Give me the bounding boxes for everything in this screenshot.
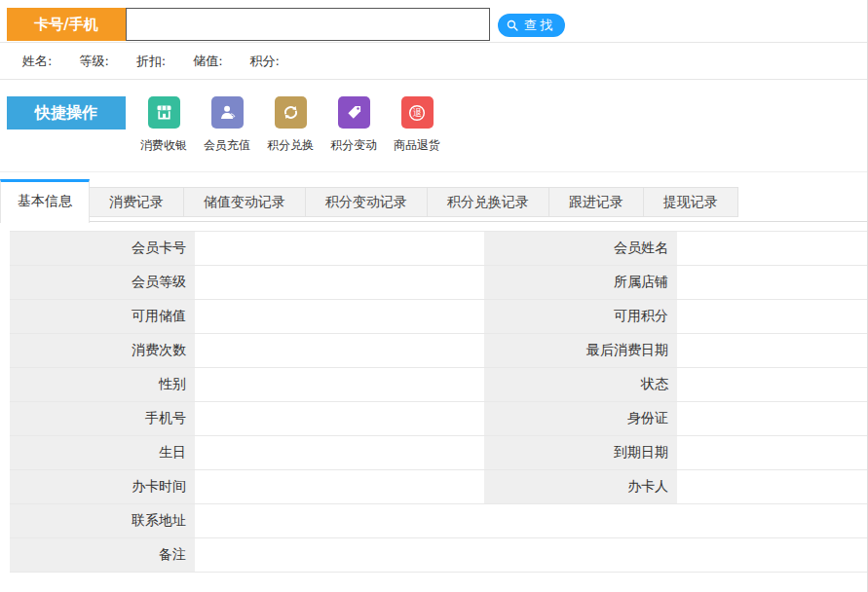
field-label-consumption-count: 消费次数 — [10, 334, 195, 368]
summary-level-label: 等级: — [79, 53, 108, 70]
card-phone-input[interactable] — [126, 8, 490, 41]
field-label-remarks: 备注 — [10, 538, 195, 573]
field-value-consumption-count — [195, 334, 484, 368]
field-value-last-consumption-date — [677, 334, 867, 368]
field-value-card-issuer — [677, 470, 867, 504]
field-value-expiry-date — [677, 436, 867, 470]
field-value-birthday — [195, 436, 484, 470]
action-points-exchange-label: 积分兑换 — [267, 137, 314, 154]
storefront-icon — [148, 96, 180, 129]
tab-points-change-records[interactable]: 积分变动记录 — [305, 187, 428, 217]
field-label-contact-address: 联系地址 — [10, 504, 195, 538]
field-label-gender: 性别 — [10, 368, 195, 402]
field-label-id-card: 身份证 — [484, 402, 677, 436]
table-row: 联系地址 — [10, 504, 867, 538]
field-label-member-name: 会员姓名 — [484, 232, 677, 266]
action-points-change[interactable]: 积分变动 — [323, 96, 384, 154]
table-row: 会员卡号 会员姓名 — [10, 232, 867, 266]
field-value-remarks — [195, 538, 867, 573]
summary-name-label: 姓名: — [22, 53, 52, 70]
field-label-member-level: 会员等级 — [10, 266, 195, 300]
field-label-card-issue-time: 办卡时间 — [10, 470, 195, 504]
table-row: 生日 到期日期 — [10, 436, 867, 470]
tab-basic-info[interactable]: 基本信息 — [0, 179, 90, 223]
return-icon: 退 — [401, 96, 434, 129]
exchange-icon — [275, 96, 307, 129]
field-value-available-stored-value — [195, 300, 484, 334]
svg-text:退: 退 — [412, 107, 421, 118]
action-recharge-label: 会员充值 — [204, 137, 250, 154]
field-value-id-card — [677, 402, 867, 436]
field-value-card-number — [195, 232, 484, 266]
table-row: 手机号 身份证 — [10, 402, 867, 436]
action-cashier-label: 消费收银 — [140, 137, 187, 154]
action-recharge[interactable]: 会员充值 — [197, 96, 257, 154]
summary-discount-label: 折扣: — [136, 53, 166, 70]
divider — [0, 171, 867, 172]
record-tabs: 基本信息 消费记录 储值变动记录 积分变动记录 积分兑换记录 跟进记录 提现记录 — [0, 179, 867, 222]
field-value-card-issue-time — [195, 470, 484, 504]
search-button[interactable]: 查 找 — [498, 14, 565, 37]
divider — [0, 79, 867, 80]
tag-icon — [338, 96, 370, 129]
field-value-gender — [195, 368, 484, 402]
tab-consumption-records[interactable]: 消费记录 — [89, 187, 184, 217]
search-icon — [506, 18, 519, 32]
action-cashier[interactable]: 消费收银 — [133, 96, 194, 154]
table-row: 备注 — [10, 538, 867, 573]
quick-actions-button[interactable]: 快捷操作 — [7, 96, 126, 130]
action-return-goods-label: 商品退货 — [394, 137, 440, 154]
field-value-available-points — [677, 300, 867, 334]
member-info-panel: 会员卡号 会员姓名 会员等级 所属店铺 可用储值 可用积分 — [10, 231, 867, 573]
member-icon — [211, 96, 244, 129]
card-phone-label: 卡号/手机 — [7, 8, 126, 41]
field-value-member-level — [195, 266, 484, 300]
action-points-change-label: 积分变动 — [330, 137, 377, 154]
action-points-exchange[interactable]: 积分兑换 — [260, 96, 321, 154]
field-value-member-name — [677, 232, 867, 266]
tab-stored-value-records[interactable]: 储值变动记录 — [183, 187, 306, 217]
field-label-expiry-date: 到期日期 — [484, 436, 677, 470]
field-label-store: 所属店铺 — [484, 266, 677, 300]
field-label-status: 状态 — [484, 368, 677, 402]
tab-withdrawal-records[interactable]: 提现记录 — [643, 187, 738, 217]
table-row: 办卡时间 办卡人 — [10, 470, 867, 504]
table-row: 消费次数 最后消费日期 — [10, 334, 867, 368]
field-value-contact-address — [195, 504, 867, 538]
table-row: 会员等级 所属店铺 — [10, 266, 867, 300]
field-label-last-consumption-date: 最后消费日期 — [484, 334, 677, 368]
table-row: 性别 状态 — [10, 368, 867, 402]
field-value-status — [677, 368, 867, 402]
search-button-label: 查 找 — [524, 17, 553, 34]
field-label-phone: 手机号 — [10, 402, 195, 436]
tab-points-exchange-records[interactable]: 积分兑换记录 — [427, 187, 549, 217]
member-info-table: 会员卡号 会员姓名 会员等级 所属店铺 可用储值 可用积分 — [10, 231, 867, 573]
member-management-page: 卡号/手机 查 找 姓名: 等级: 折扣: 储值: 积分: 快捷操作 — [0, 0, 868, 592]
summary-stored-value-label: 储值: — [193, 53, 222, 70]
field-label-card-issuer: 办卡人 — [484, 470, 677, 504]
field-value-store — [677, 266, 867, 300]
field-label-available-stored-value: 可用储值 — [10, 300, 195, 334]
summary-points-label: 积分: — [250, 53, 280, 70]
field-label-available-points: 可用积分 — [484, 300, 677, 334]
field-label-card-number: 会员卡号 — [10, 232, 195, 266]
table-row: 可用储值 可用积分 — [10, 300, 867, 334]
tab-follow-up-records[interactable]: 跟进记录 — [548, 187, 644, 217]
quick-actions-row: 消费收银 会员充值 积分兑换 — [133, 96, 447, 154]
field-value-phone — [195, 402, 484, 436]
action-return-goods[interactable]: 退 商品退货 — [387, 96, 447, 154]
member-summary-strip: 姓名: 等级: 折扣: 储值: 积分: — [0, 43, 867, 79]
field-label-birthday: 生日 — [10, 436, 195, 470]
